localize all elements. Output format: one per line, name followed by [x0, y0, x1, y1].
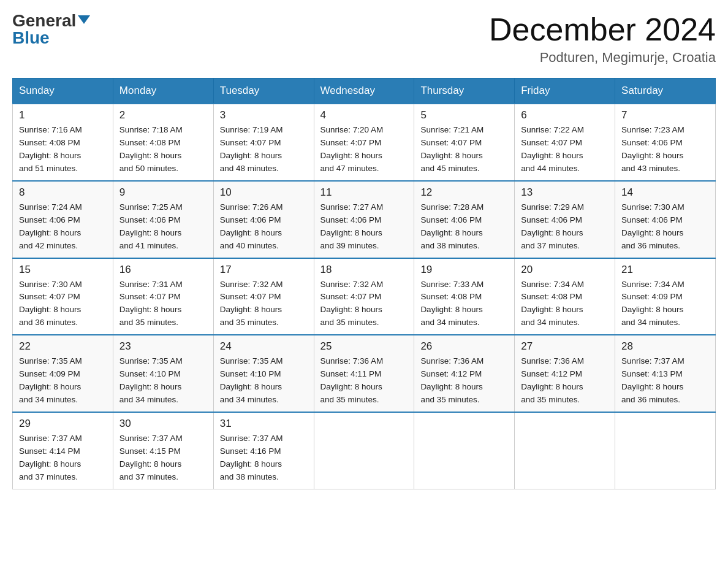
weekday-header-sunday: Sunday: [13, 79, 113, 104]
day-info: Sunrise: 7:21 AMSunset: 4:07 PMDaylight:…: [420, 124, 508, 175]
day-number: 13: [521, 186, 609, 199]
day-info: Sunrise: 7:35 AMSunset: 4:10 PMDaylight:…: [119, 355, 207, 407]
logo-blue-text: Blue: [12, 29, 50, 47]
day-info: Sunrise: 7:37 AMSunset: 4:13 PMDaylight:…: [621, 355, 709, 407]
day-number: 31: [220, 418, 308, 430]
calendar-cell: 6Sunrise: 7:22 AMSunset: 4:07 PMDaylight…: [515, 104, 615, 181]
calendar-cell: 18Sunrise: 7:32 AMSunset: 4:07 PMDayligh…: [314, 258, 414, 335]
day-number: 17: [220, 264, 308, 276]
day-info: Sunrise: 7:36 AMSunset: 4:12 PMDaylight:…: [521, 355, 609, 407]
day-number: 2: [119, 109, 207, 121]
day-number: 29: [19, 418, 107, 430]
day-number: 30: [119, 418, 207, 430]
day-info: Sunrise: 7:37 AMSunset: 4:15 PMDaylight:…: [119, 432, 207, 484]
calendar-cell: 22Sunrise: 7:35 AMSunset: 4:09 PMDayligh…: [13, 335, 113, 412]
day-info: Sunrise: 7:32 AMSunset: 4:07 PMDaylight:…: [320, 278, 408, 330]
calendar-cell: 12Sunrise: 7:28 AMSunset: 4:06 PMDayligh…: [414, 181, 515, 258]
logo: General Blue: [12, 12, 90, 47]
calendar-week-5: 29Sunrise: 7:37 AMSunset: 4:14 PMDayligh…: [13, 412, 716, 489]
calendar-header-row: SundayMondayTuesdayWednesdayThursdayFrid…: [13, 79, 716, 104]
calendar-cell: 24Sunrise: 7:35 AMSunset: 4:10 PMDayligh…: [213, 335, 314, 412]
calendar-cell: [314, 412, 414, 489]
weekday-header-friday: Friday: [515, 79, 615, 104]
day-info: Sunrise: 7:33 AMSunset: 4:08 PMDaylight:…: [420, 278, 508, 330]
calendar-cell: 8Sunrise: 7:24 AMSunset: 4:06 PMDaylight…: [13, 181, 113, 258]
weekday-header-monday: Monday: [113, 79, 213, 104]
calendar-cell: 20Sunrise: 7:34 AMSunset: 4:08 PMDayligh…: [515, 258, 615, 335]
calendar-cell: 14Sunrise: 7:30 AMSunset: 4:06 PMDayligh…: [615, 181, 716, 258]
day-number: 6: [521, 109, 609, 121]
calendar-week-3: 15Sunrise: 7:30 AMSunset: 4:07 PMDayligh…: [13, 258, 716, 335]
day-info: Sunrise: 7:35 AMSunset: 4:09 PMDaylight:…: [19, 355, 107, 407]
day-info: Sunrise: 7:26 AMSunset: 4:06 PMDaylight:…: [220, 201, 308, 253]
calendar-week-1: 1Sunrise: 7:16 AMSunset: 4:08 PMDaylight…: [13, 104, 716, 181]
calendar-cell: 26Sunrise: 7:36 AMSunset: 4:12 PMDayligh…: [414, 335, 515, 412]
calendar-cell: 31Sunrise: 7:37 AMSunset: 4:16 PMDayligh…: [213, 412, 314, 489]
calendar-cell: 1Sunrise: 7:16 AMSunset: 4:08 PMDaylight…: [13, 104, 113, 181]
calendar-cell: 19Sunrise: 7:33 AMSunset: 4:08 PMDayligh…: [414, 258, 515, 335]
day-number: 12: [420, 186, 508, 199]
day-number: 15: [19, 264, 107, 276]
day-number: 14: [621, 186, 709, 199]
day-info: Sunrise: 7:34 AMSunset: 4:09 PMDaylight:…: [621, 278, 709, 330]
day-number: 25: [320, 340, 408, 353]
day-number: 8: [19, 186, 107, 199]
calendar-cell: 21Sunrise: 7:34 AMSunset: 4:09 PMDayligh…: [615, 258, 716, 335]
day-number: 16: [119, 264, 207, 276]
calendar-week-4: 22Sunrise: 7:35 AMSunset: 4:09 PMDayligh…: [13, 335, 716, 412]
weekday-header-thursday: Thursday: [414, 79, 515, 104]
calendar-cell: 15Sunrise: 7:30 AMSunset: 4:07 PMDayligh…: [13, 258, 113, 335]
calendar-cell: 17Sunrise: 7:32 AMSunset: 4:07 PMDayligh…: [213, 258, 314, 335]
day-info: Sunrise: 7:30 AMSunset: 4:06 PMDaylight:…: [621, 201, 709, 253]
day-number: 5: [420, 109, 508, 121]
day-number: 19: [420, 264, 508, 276]
day-info: Sunrise: 7:32 AMSunset: 4:07 PMDaylight:…: [220, 278, 308, 330]
calendar-cell: 7Sunrise: 7:23 AMSunset: 4:06 PMDaylight…: [615, 104, 716, 181]
day-number: 3: [220, 109, 308, 121]
day-number: 24: [220, 340, 308, 353]
calendar-table: SundayMondayTuesdayWednesdayThursdayFrid…: [12, 78, 716, 489]
calendar-cell: 3Sunrise: 7:19 AMSunset: 4:07 PMDaylight…: [213, 104, 314, 181]
day-info: Sunrise: 7:30 AMSunset: 4:07 PMDaylight:…: [19, 278, 107, 330]
day-info: Sunrise: 7:22 AMSunset: 4:07 PMDaylight:…: [521, 124, 609, 175]
location-title: Podturen, Megimurje, Croatia: [489, 50, 716, 66]
calendar-cell: 2Sunrise: 7:18 AMSunset: 4:08 PMDaylight…: [113, 104, 213, 181]
calendar-week-2: 8Sunrise: 7:24 AMSunset: 4:06 PMDaylight…: [13, 181, 716, 258]
day-info: Sunrise: 7:31 AMSunset: 4:07 PMDaylight:…: [119, 278, 207, 330]
calendar-cell: 23Sunrise: 7:35 AMSunset: 4:10 PMDayligh…: [113, 335, 213, 412]
day-info: Sunrise: 7:36 AMSunset: 4:12 PMDaylight:…: [420, 355, 508, 407]
calendar-cell: 9Sunrise: 7:25 AMSunset: 4:06 PMDaylight…: [113, 181, 213, 258]
calendar-cell: 25Sunrise: 7:36 AMSunset: 4:11 PMDayligh…: [314, 335, 414, 412]
day-info: Sunrise: 7:37 AMSunset: 4:16 PMDaylight:…: [220, 432, 308, 484]
day-info: Sunrise: 7:27 AMSunset: 4:06 PMDaylight:…: [320, 201, 408, 253]
calendar-cell: 5Sunrise: 7:21 AMSunset: 4:07 PMDaylight…: [414, 104, 515, 181]
day-number: 1: [19, 109, 107, 121]
day-number: 9: [119, 186, 207, 199]
calendar-cell: 27Sunrise: 7:36 AMSunset: 4:12 PMDayligh…: [515, 335, 615, 412]
day-info: Sunrise: 7:37 AMSunset: 4:14 PMDaylight:…: [19, 432, 107, 484]
day-number: 27: [521, 340, 609, 353]
calendar-cell: 13Sunrise: 7:29 AMSunset: 4:06 PMDayligh…: [515, 181, 615, 258]
day-number: 21: [621, 264, 709, 276]
page-header: General Blue December 2024 Podturen, Meg…: [12, 12, 716, 66]
calendar-cell: 28Sunrise: 7:37 AMSunset: 4:13 PMDayligh…: [615, 335, 716, 412]
day-number: 26: [420, 340, 508, 353]
weekday-header-saturday: Saturday: [615, 79, 716, 104]
day-info: Sunrise: 7:20 AMSunset: 4:07 PMDaylight:…: [320, 124, 408, 175]
weekday-header-wednesday: Wednesday: [314, 79, 414, 104]
calendar-cell: 11Sunrise: 7:27 AMSunset: 4:06 PMDayligh…: [314, 181, 414, 258]
calendar-cell: 4Sunrise: 7:20 AMSunset: 4:07 PMDaylight…: [314, 104, 414, 181]
day-number: 18: [320, 264, 408, 276]
day-number: 4: [320, 109, 408, 121]
calendar-cell: 29Sunrise: 7:37 AMSunset: 4:14 PMDayligh…: [13, 412, 113, 489]
day-info: Sunrise: 7:34 AMSunset: 4:08 PMDaylight:…: [521, 278, 609, 330]
day-number: 23: [119, 340, 207, 353]
day-info: Sunrise: 7:16 AMSunset: 4:08 PMDaylight:…: [19, 124, 107, 175]
day-info: Sunrise: 7:18 AMSunset: 4:08 PMDaylight:…: [119, 124, 207, 175]
day-info: Sunrise: 7:19 AMSunset: 4:07 PMDaylight:…: [220, 124, 308, 175]
calendar-cell: [515, 412, 615, 489]
logo-triangle-icon: [78, 15, 90, 24]
day-number: 20: [521, 264, 609, 276]
day-number: 28: [621, 340, 709, 353]
title-block: December 2024 Podturen, Megimurje, Croat…: [489, 12, 716, 66]
